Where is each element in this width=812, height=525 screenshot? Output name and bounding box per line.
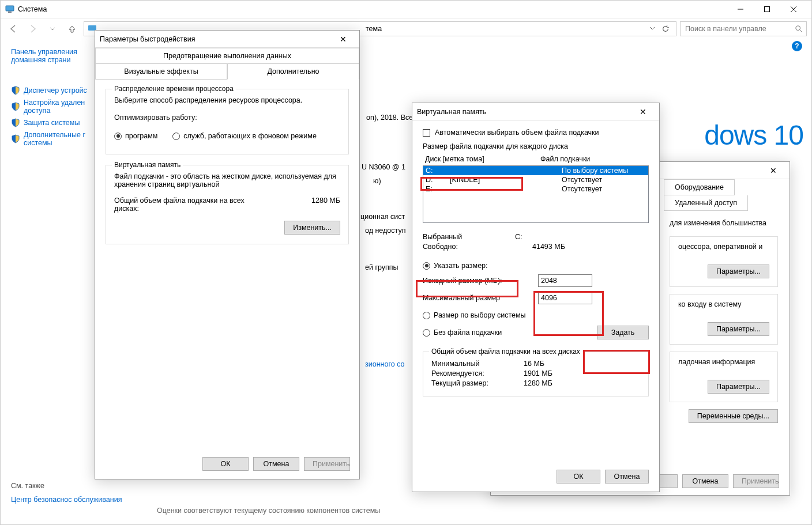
total-pagefile-group: Общий объем файла подкачки на всех диска… xyxy=(423,352,649,396)
tab-remote[interactable]: Удаленный доступ xyxy=(664,195,748,211)
ok-button[interactable]: ОК xyxy=(202,457,249,471)
selected-drive-value: C: xyxy=(515,233,522,241)
up-button[interactable] xyxy=(64,21,80,37)
search-box[interactable] xyxy=(680,21,807,36)
radio-programs[interactable]: программ xyxy=(114,132,157,140)
forward-button[interactable] xyxy=(25,21,41,37)
radio-system-managed[interactable]: Размер по выбору системы xyxy=(423,311,649,319)
svg-point-7 xyxy=(796,25,800,30)
minimize-button[interactable] xyxy=(727,1,754,18)
profile-text: ко входу в систему xyxy=(678,300,769,308)
profiles-params-button[interactable]: Параметры... xyxy=(708,322,769,336)
info-text: ей группы xyxy=(365,263,399,271)
advanced-system-link[interactable]: Дополнительные г системы xyxy=(11,131,95,147)
cpu-scheduling-group: Распределение времени процессора Выберит… xyxy=(106,89,349,154)
rec-label: Рекомендуется: xyxy=(431,369,524,377)
cancel-button[interactable]: Отмена xyxy=(682,474,728,488)
startup-params-button[interactable]: Параметры... xyxy=(708,380,769,394)
radio-icon xyxy=(423,262,430,270)
admin-note: для изменения большинства xyxy=(670,219,778,227)
radio-services[interactable]: служб, работающих в фоновом режиме xyxy=(172,132,317,140)
apply-button[interactable]: Применить xyxy=(733,474,779,488)
free-space-value: 41493 МБ xyxy=(532,243,565,251)
drive-row-d[interactable]: D: [KINDLE] Отсутствует xyxy=(423,175,648,184)
svg-line-8 xyxy=(800,29,802,32)
shield-icon xyxy=(11,118,20,127)
optimize-label: Оптимизировать работу: xyxy=(114,114,340,122)
group-text: Файл подкачки - это область на жестком д… xyxy=(114,172,340,188)
remote-settings-link[interactable]: Настройка удален доступа xyxy=(11,99,95,115)
address-dropdown-icon[interactable] xyxy=(649,25,655,33)
dialog-title: Параметры быстродействия xyxy=(100,35,195,43)
col-drive: Диск [метка тома] xyxy=(425,155,540,163)
refresh-button[interactable] xyxy=(659,22,672,36)
recent-dropdown[interactable] xyxy=(44,21,61,37)
initial-size-input[interactable] xyxy=(538,274,592,287)
auto-manage-checkbox[interactable]: Автоматически выбирать объем файла подка… xyxy=(423,129,649,137)
radio-custom-size[interactable]: Указать размер: xyxy=(423,262,649,270)
hint-text: Оценки соответствуют текущему состоянию … xyxy=(157,507,380,515)
free-space-label: Свободно: xyxy=(423,243,515,251)
drive-row-c[interactable]: C: По выбору системы xyxy=(423,166,648,175)
per-drive-label: Размер файла подкачки для каждого диска xyxy=(423,142,649,150)
device-manager-link[interactable]: Диспетчер устройс xyxy=(11,86,95,95)
drive-row-e[interactable]: E: Отсутствует xyxy=(423,184,648,194)
svg-rect-1 xyxy=(8,12,12,13)
group-text: Выберите способ распределения ресурсов п… xyxy=(114,96,340,104)
cancel-button[interactable]: Отмена xyxy=(253,457,299,471)
max-size-input[interactable] xyxy=(538,292,592,304)
initial-size-label: Исходный размер (МБ): xyxy=(423,277,538,285)
dialog-titlebar[interactable]: Параметры быстродействия ✕ xyxy=(95,31,359,48)
info-text: ю) xyxy=(373,177,381,185)
performance-params-button[interactable]: Параметры... xyxy=(708,265,769,278)
address-text: тема xyxy=(366,25,382,33)
set-button[interactable]: Задать xyxy=(597,326,649,339)
radio-icon xyxy=(172,133,180,140)
svg-rect-3 xyxy=(765,7,770,12)
info-text: од недоступ xyxy=(365,226,405,235)
left-panel: Панель управления домашняя страни Диспет… xyxy=(1,39,100,524)
close-icon[interactable]: ✕ xyxy=(332,31,355,47)
checkbox-icon xyxy=(423,129,430,137)
back-button[interactable] xyxy=(5,21,21,37)
close-icon[interactable]: ✕ xyxy=(631,104,655,120)
tab-dep[interactable]: Предотвращение выполнения данных xyxy=(95,48,359,63)
shield-icon xyxy=(11,102,20,111)
titlebar: Система xyxy=(1,1,811,18)
activation-link[interactable]: зионного со xyxy=(365,360,404,368)
control-panel-home-link[interactable]: Панель управления домашняя страни xyxy=(11,48,95,64)
apply-button[interactable]: Применить xyxy=(304,457,350,471)
maximize-button[interactable] xyxy=(754,1,780,18)
shield-icon xyxy=(11,86,20,95)
radio-icon xyxy=(423,329,430,337)
search-input[interactable] xyxy=(684,24,795,33)
change-button[interactable]: Изменить... xyxy=(284,221,340,235)
windows-10-logo: dows 10 xyxy=(704,119,803,151)
close-button[interactable] xyxy=(780,1,807,18)
cancel-button[interactable]: Отмена xyxy=(605,470,649,484)
tab-advanced[interactable]: Дополнительно xyxy=(227,63,359,80)
perf-text: оцессора, оперативной и xyxy=(678,243,769,251)
rec-value: 1901 МБ xyxy=(524,369,552,377)
total-label: Общий объем файла подкачки на всех диска… xyxy=(114,197,270,213)
virtual-memory-dialog: Виртуальная память ✕ Автоматически выбир… xyxy=(412,103,660,492)
env-vars-button[interactable]: Переменные среды... xyxy=(689,409,778,423)
close-icon[interactable]: ✕ xyxy=(762,163,785,179)
system-protection-link[interactable]: Защита системы xyxy=(11,118,95,127)
tab-visual-effects[interactable]: Визуальные эффекты xyxy=(95,63,227,80)
col-pagefile: Файл подкачки xyxy=(540,155,590,163)
cur-value: 1280 МБ xyxy=(524,379,552,387)
group-title: Виртуальная память xyxy=(112,161,183,169)
radio-no-pagefile[interactable]: Без файла подкачки xyxy=(423,328,502,337)
link-label: Настройка удален доступа xyxy=(24,99,95,115)
startup-text: ладочная информация xyxy=(678,358,769,366)
drive-list[interactable]: C: По выбору системы D: [KINDLE] Отсутст… xyxy=(423,165,649,223)
group-title: Распределение времени процессора xyxy=(112,85,236,93)
dialog-titlebar[interactable]: Виртуальная память ✕ xyxy=(412,103,659,120)
svg-rect-0 xyxy=(6,6,14,11)
tab-hardware[interactable]: Оборудование xyxy=(664,179,735,195)
virtual-memory-group: Виртуальная память Файл подкачки - это о… xyxy=(106,165,349,244)
info-text: ционная сист xyxy=(360,213,405,221)
max-size-label: Максимальный размер xyxy=(423,294,538,302)
ok-button[interactable]: ОК xyxy=(557,470,600,484)
